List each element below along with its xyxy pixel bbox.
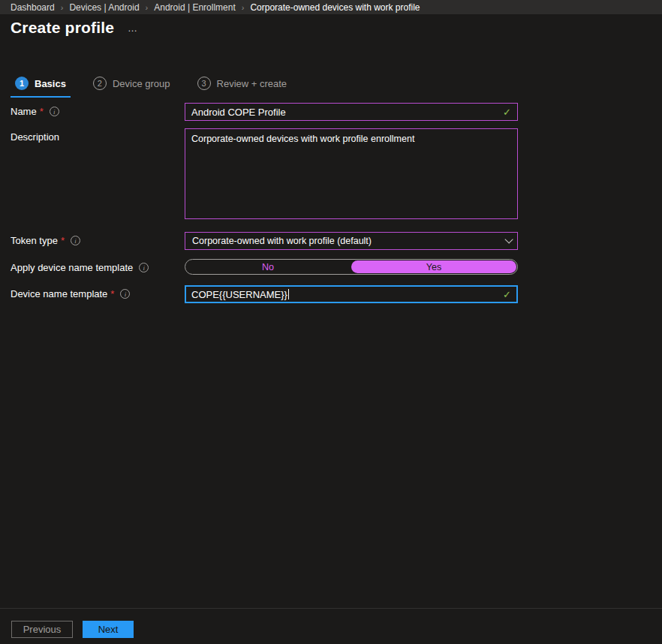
name-label: Name * i (11, 103, 185, 117)
label-text: Apply device name template (11, 262, 133, 273)
device-name-template-input[interactable]: COPE{{USERNAME}} ✓ (185, 285, 518, 303)
valid-check-icon: ✓ (503, 289, 511, 300)
required-asterisk: * (110, 288, 114, 299)
page-title: Create profile (11, 19, 114, 37)
breadcrumb: Dashboard › Devices | Android › Android … (0, 0, 662, 14)
info-icon[interactable]: i (139, 263, 149, 272)
apply-template-toggle[interactable]: No Yes (185, 259, 518, 275)
wizard-footer: Previous Next (0, 608, 662, 644)
token-type-dropdown[interactable]: Corporate-owned with work profile (defau… (185, 232, 518, 250)
info-icon[interactable]: i (50, 107, 59, 116)
breadcrumb-separator-icon: › (61, 3, 64, 12)
description-row: Description Corporate-owned devices with… (11, 128, 528, 219)
apply-template-label: Apply device name template i (11, 259, 185, 273)
breadcrumb-separator-icon: › (146, 3, 149, 12)
apply-template-row: Apply device name template i No Yes (11, 259, 528, 275)
device-name-template-row: Device name template * i COPE{{USERNAME}… (11, 285, 528, 303)
required-asterisk: * (40, 106, 44, 117)
tab-device-group[interactable]: 2 Device group (89, 75, 175, 96)
label-text: Device name template (11, 288, 107, 299)
breadcrumb-dashboard[interactable]: Dashboard (11, 2, 55, 13)
step-number-badge: 2 (93, 77, 107, 90)
label-text: Token type (11, 235, 58, 246)
step-label: Review + create (217, 78, 287, 89)
breadcrumb-android-enrollment[interactable]: Android | Enrollment (154, 2, 236, 13)
description-label: Description (11, 128, 185, 143)
more-options-icon[interactable]: … (128, 23, 138, 34)
toggle-option-no[interactable]: No (185, 260, 351, 274)
previous-button[interactable]: Previous (11, 621, 73, 638)
step-number-badge: 1 (15, 77, 29, 90)
token-type-row: Token type * i Corporate-owned with work… (11, 232, 528, 250)
token-type-label: Token type * i (11, 232, 185, 246)
breadcrumb-devices-android[interactable]: Devices | Android (69, 2, 139, 13)
name-row: Name * i Android COPE Profile ✓ (11, 103, 528, 121)
text-cursor (288, 289, 289, 299)
step-number-badge: 3 (197, 77, 211, 90)
device-name-template-label: Device name template * i (11, 285, 185, 299)
next-button[interactable]: Next (83, 621, 134, 638)
name-value: Android COPE Profile (191, 107, 286, 118)
device-name-template-value: COPE{{USERNAME}} (191, 289, 287, 300)
toggle-option-yes[interactable]: Yes (351, 260, 516, 273)
tab-review-create[interactable]: 3 Review + create (193, 75, 292, 96)
chevron-down-icon (504, 235, 513, 243)
breadcrumb-current-page: Corporate-owned devices with work profil… (250, 2, 420, 13)
label-text: Name (11, 106, 37, 117)
wizard-steps: 1 Basics 2 Device group 3 Review + creat… (11, 75, 309, 98)
breadcrumb-separator-icon: › (242, 3, 245, 12)
basics-form: Name * i Android COPE Profile ✓ Descript… (11, 103, 528, 303)
valid-check-icon: ✓ (503, 107, 511, 118)
label-text: Description (11, 131, 59, 143)
token-type-selected-value: Corporate-owned with work profile (defau… (192, 236, 372, 246)
info-icon[interactable]: i (120, 289, 130, 299)
step-label: Device group (113, 78, 170, 89)
create-profile-page: Dashboard › Devices | Android › Android … (0, 0, 662, 644)
required-asterisk: * (61, 235, 65, 246)
description-textarea[interactable]: Corporate-owned devices with work profil… (185, 128, 518, 219)
info-icon[interactable]: i (71, 236, 80, 245)
name-input[interactable]: Android COPE Profile ✓ (185, 103, 518, 121)
tab-basics[interactable]: 1 Basics (11, 75, 71, 98)
step-label: Basics (35, 78, 66, 89)
